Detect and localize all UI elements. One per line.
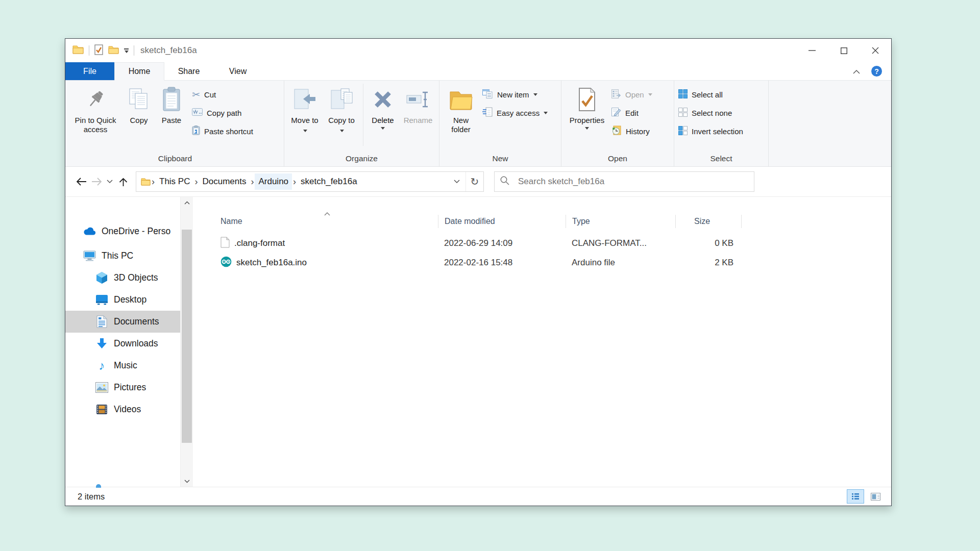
paste-button[interactable]: Paste xyxy=(155,81,188,125)
qat-customize-dropdown-icon[interactable] xyxy=(124,48,129,53)
details-view-button[interactable] xyxy=(847,489,864,504)
collapse-ribbon-icon[interactable] xyxy=(853,67,860,76)
column-header-name[interactable]: Name xyxy=(219,215,438,228)
properties-icon xyxy=(577,85,597,114)
file-type: Arduino file xyxy=(566,258,675,268)
thumbnail-view-icon xyxy=(871,493,880,500)
edit-button[interactable]: Edit xyxy=(611,106,672,119)
select-all-icon xyxy=(678,89,688,100)
history-button[interactable]: History xyxy=(611,124,672,138)
column-header-size[interactable]: Size xyxy=(675,215,742,228)
up-button[interactable] xyxy=(115,173,131,190)
breadcrumb-this-pc[interactable]: This PC xyxy=(156,173,193,190)
delete-button[interactable]: Delete xyxy=(366,81,399,130)
paste-shortcut-button[interactable]: Paste shortcut xyxy=(192,124,282,138)
invert-selection-button[interactable]: Invert selection xyxy=(678,124,766,138)
address-bar[interactable]: › This PC › Documents › Arduino › sketch… xyxy=(136,171,484,192)
minimize-button[interactable] xyxy=(796,39,828,62)
breadcrumb-arduino[interactable]: Arduino xyxy=(255,173,292,190)
column-header-date-modified[interactable]: Date modified xyxy=(438,215,566,228)
pin-to-quick-access-button[interactable]: Pin to Quick access xyxy=(68,81,122,134)
refresh-icon: ↻ xyxy=(471,176,479,188)
sidebar-item-this-pc[interactable]: This PC xyxy=(65,245,193,267)
copy-button[interactable]: Copy xyxy=(122,81,155,125)
ribbon-group-new: New folder New item xyxy=(439,81,561,166)
sidebar-item-music[interactable]: ♪ Music xyxy=(65,355,193,377)
breadcrumb-sketch-feb16a[interactable]: sketch_feb16a xyxy=(297,173,361,190)
edit-icon xyxy=(611,108,621,118)
pin-icon xyxy=(85,85,106,114)
details-view-icon xyxy=(851,493,860,500)
ribbon-group-organize: Move to Copy to Delete xyxy=(284,81,439,166)
tab-home[interactable]: Home xyxy=(114,62,164,81)
move-to-button[interactable]: Move to xyxy=(286,81,323,134)
new-folder-button[interactable]: New folder xyxy=(442,81,480,134)
copy-icon xyxy=(128,85,150,114)
ribbon-tab-strip: File Home Share View ? xyxy=(65,62,891,81)
tab-file[interactable]: File xyxy=(65,62,114,80)
history-icon xyxy=(611,126,622,137)
breadcrumb-separator-icon[interactable]: › xyxy=(193,177,199,186)
qat-new-folder-icon[interactable] xyxy=(108,45,119,56)
sidebar-item-onedrive[interactable]: OneDrive - Perso xyxy=(65,220,193,242)
address-dropdown-icon[interactable] xyxy=(448,172,465,191)
new-item-button[interactable]: New item xyxy=(482,88,559,101)
group-label-open: Open xyxy=(564,151,672,166)
recent-locations-icon[interactable] xyxy=(104,173,115,190)
easy-access-icon xyxy=(482,107,493,118)
sidebar-item-desktop[interactable]: Desktop xyxy=(65,289,193,311)
back-button[interactable] xyxy=(74,173,89,190)
dropdown-caret xyxy=(303,130,307,132)
file-date: 2022-06-29 14:09 xyxy=(438,238,566,248)
ribbon-group-open: Properties Open xyxy=(561,81,674,166)
thumbnail-view-button[interactable] xyxy=(867,489,884,504)
search-input[interactable] xyxy=(517,176,749,187)
easy-access-button[interactable]: Easy access xyxy=(482,106,559,119)
help-icon[interactable]: ? xyxy=(871,66,882,77)
close-button[interactable] xyxy=(860,39,891,62)
select-all-button[interactable]: Select all xyxy=(678,88,766,101)
tab-view[interactable]: View xyxy=(213,62,262,80)
properties-button[interactable]: Properties xyxy=(564,81,610,130)
refresh-button[interactable]: ↻ xyxy=(465,172,483,191)
sidebar-item-videos[interactable]: Videos xyxy=(65,398,193,420)
copy-to-button[interactable]: Copy to xyxy=(323,81,360,134)
file-type: CLANG-FORMAT... xyxy=(566,238,675,248)
file-row[interactable]: .clang-format 2022-06-29 14:09 CLANG-FOR… xyxy=(219,234,891,253)
copy-path-button[interactable]: Copy path xyxy=(192,106,282,119)
column-header-type[interactable]: Type xyxy=(566,215,675,228)
file-row[interactable]: sketch_feb16a.ino 2022-02-16 15:48 Ardui… xyxy=(219,253,891,272)
breadcrumb-separator-icon[interactable]: › xyxy=(151,177,156,186)
sort-ascending-icon xyxy=(324,207,330,220)
main-content: OneDrive - Perso This PC 3D Objects xyxy=(65,197,891,487)
ribbon-group-select: Select all Select none Inv xyxy=(674,81,769,166)
breadcrumb-separator-icon[interactable]: › xyxy=(292,177,297,186)
search-box[interactable] xyxy=(494,171,754,192)
sidebar-item-downloads[interactable]: Downloads xyxy=(65,333,193,355)
paste-icon xyxy=(161,85,182,114)
quick-access-toolbar xyxy=(72,44,134,57)
breadcrumb-separator-icon[interactable]: › xyxy=(250,177,255,186)
cut-button[interactable]: ✂ Cut xyxy=(192,88,282,101)
sidebar-item-3d-objects[interactable]: 3D Objects xyxy=(65,267,193,289)
sidebar-item-documents[interactable]: Documents xyxy=(65,311,193,333)
sidebar-scrollbar[interactable] xyxy=(180,197,193,487)
sidebar-item-pictures[interactable]: Pictures xyxy=(65,377,193,398)
select-none-button[interactable]: Select none xyxy=(678,106,766,119)
dropdown-caret xyxy=(648,93,652,96)
scroll-up-icon[interactable] xyxy=(181,197,193,208)
maximize-button[interactable] xyxy=(828,39,860,62)
videos-film-icon xyxy=(95,404,108,415)
onedrive-cloud-icon xyxy=(83,227,96,236)
tab-share[interactable]: Share xyxy=(164,62,213,80)
scrollbar-thumb[interactable] xyxy=(182,230,192,443)
navigation-pane: OneDrive - Perso This PC 3D Objects xyxy=(65,197,193,487)
qat-properties-icon[interactable] xyxy=(94,44,103,57)
file-size: 0 KB xyxy=(675,238,742,248)
breadcrumb-documents[interactable]: Documents xyxy=(199,173,250,190)
rename-button: Rename xyxy=(399,81,437,125)
scroll-down-icon[interactable] xyxy=(181,475,193,487)
rename-icon xyxy=(406,85,430,114)
dropdown-caret xyxy=(585,127,589,130)
delete-icon xyxy=(373,85,393,114)
